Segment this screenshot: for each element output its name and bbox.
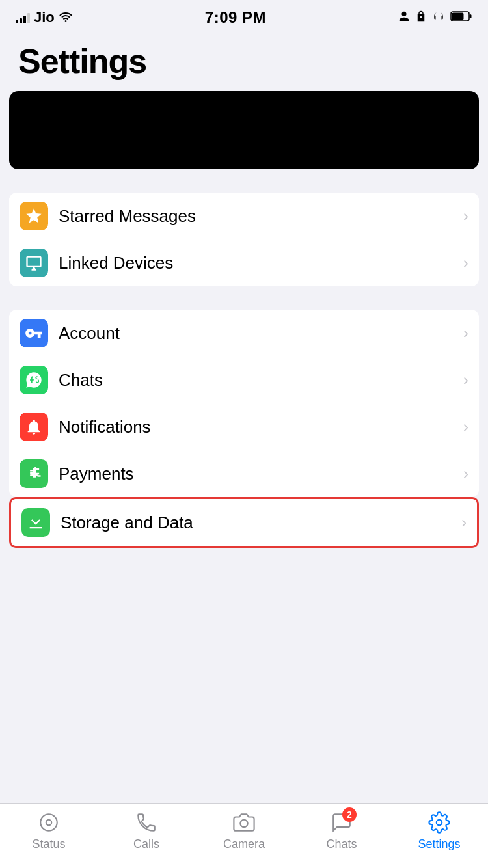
account-icon [20, 319, 48, 347]
chats-chevron: › [463, 371, 468, 389]
status-tab-icon [36, 810, 61, 835]
chats-icon [20, 366, 48, 394]
headphone-icon [432, 10, 445, 25]
page-title-area: Settings [0, 35, 488, 91]
calls-tab-label: Calls [133, 837, 159, 851]
camera-tab-icon [232, 810, 256, 835]
payments-row[interactable]: Payments › [9, 450, 479, 497]
person-icon [398, 10, 410, 25]
linked-devices-row[interactable]: Linked Devices › [9, 239, 479, 286]
svg-point-3 [40, 814, 57, 831]
calls-tab-icon [134, 810, 159, 835]
page-title: Settings [18, 42, 470, 81]
notifications-chevron: › [463, 418, 468, 436]
storage-and-data-label: Storage and Data [61, 513, 461, 533]
notifications-row[interactable]: Notifications › [9, 403, 479, 450]
status-bar: Jio 7:09 PM [0, 0, 488, 35]
svg-rect-2 [470, 14, 472, 18]
starred-messages-icon [20, 202, 48, 230]
storage-and-data-highlighted[interactable]: Storage and Data › [9, 497, 479, 548]
status-tab-label: Status [32, 837, 65, 851]
settings-tab-label: Settings [418, 837, 460, 851]
notifications-label: Notifications [59, 417, 463, 437]
storage-and-data-row[interactable]: Storage and Data › [11, 499, 477, 546]
tab-chats[interactable]: 2 Chats [293, 810, 390, 851]
svg-rect-1 [452, 13, 464, 20]
account-chevron: › [463, 324, 468, 342]
chats-row[interactable]: Chats › [9, 357, 479, 403]
linked-devices-label: Linked Devices [59, 253, 463, 273]
notifications-icon [20, 413, 48, 441]
battery-icon [450, 10, 472, 25]
wifi-icon [59, 9, 73, 26]
tab-camera[interactable]: Camera [195, 810, 293, 851]
chats-tab-label: Chats [326, 837, 357, 851]
bottom-space [0, 548, 488, 619]
storage-icon [21, 508, 50, 537]
storage-and-data-chevron: › [461, 513, 467, 532]
starred-messages-chevron: › [463, 207, 468, 225]
signal-icon [16, 12, 30, 23]
linked-devices-chevron: › [463, 254, 468, 272]
camera-tab-label: Camera [223, 837, 265, 851]
svg-point-4 [46, 820, 52, 826]
status-time: 7:09 PM [205, 8, 266, 27]
tab-settings[interactable]: Settings [390, 810, 488, 851]
section-gap-1 [0, 169, 488, 193]
tab-status[interactable]: Status [0, 810, 98, 851]
carrier-signal: Jio [16, 9, 73, 26]
carrier-name: Jio [34, 9, 55, 26]
starred-messages-label: Starred Messages [59, 206, 463, 226]
account-label: Account [59, 323, 463, 344]
starred-messages-row[interactable]: Starred Messages › [9, 193, 479, 239]
settings-tab-icon [427, 810, 452, 835]
lock-icon [415, 10, 427, 25]
payments-icon [20, 459, 48, 488]
tab-bar: Status Calls Camera 2 Chats [0, 803, 488, 868]
svg-point-6 [437, 820, 442, 826]
svg-point-5 [240, 820, 247, 827]
tab-calls[interactable]: Calls [98, 810, 195, 851]
status-icons [398, 10, 472, 25]
payments-label: Payments [59, 464, 463, 484]
chats-badge: 2 [342, 807, 357, 822]
settings-group-2: Account › Chats › Notifications › Paymen… [9, 310, 479, 497]
account-row[interactable]: Account › [9, 310, 479, 357]
section-gap-2 [0, 286, 488, 310]
linked-devices-icon [20, 249, 48, 277]
settings-group-1: Starred Messages › Linked Devices › [9, 193, 479, 286]
payments-chevron: › [463, 465, 468, 483]
chats-setting-label: Chats [59, 370, 463, 390]
chats-tab-icon: 2 [329, 810, 354, 835]
profile-block[interactable] [9, 91, 479, 169]
